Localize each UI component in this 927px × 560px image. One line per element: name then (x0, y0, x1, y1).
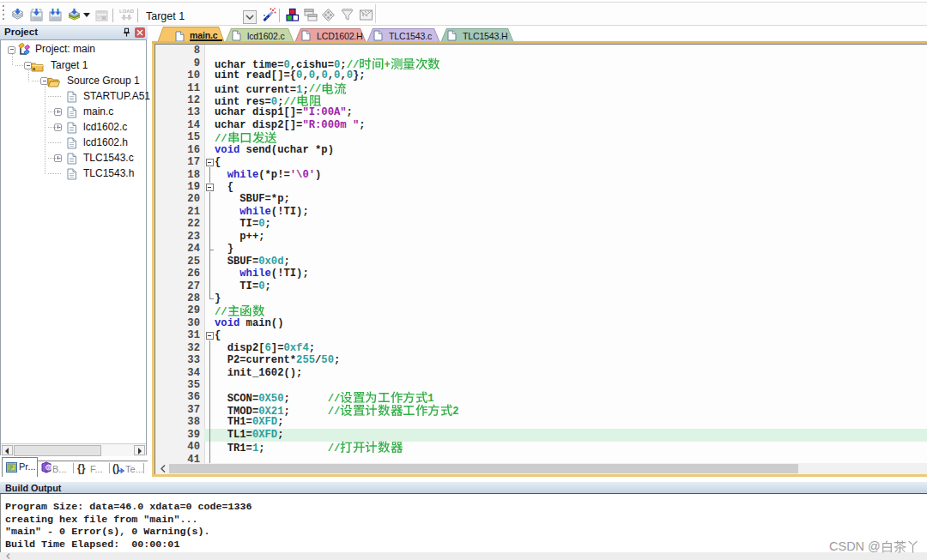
svg-text:?: ? (47, 464, 51, 470)
svg-text:LOAD: LOAD (119, 9, 134, 14)
